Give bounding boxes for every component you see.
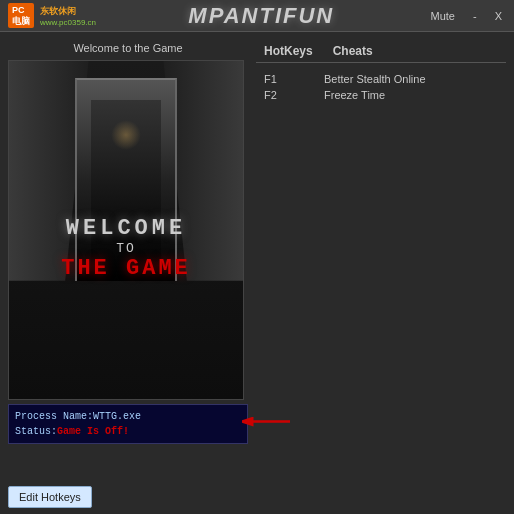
status-line: Status: Game Is Off! [15, 424, 241, 439]
minimize-button[interactable]: - [469, 8, 481, 24]
process-value: WTTG.exe [93, 409, 141, 424]
mute-button[interactable]: Mute [427, 8, 459, 24]
process-label: Process Name: [15, 409, 93, 424]
hotkey-key-1: F2 [264, 89, 304, 101]
game-image: WELCOME TO THE GAME [8, 60, 244, 400]
process-line: Process Name: WTTG.exe [15, 409, 241, 424]
status-bar: Process Name: WTTG.exe Status: Game Is O… [8, 404, 248, 444]
panel-title: Welcome to the Game [8, 40, 248, 56]
door-light [111, 120, 141, 150]
welcome-line1: WELCOME [9, 216, 243, 241]
status-label: Status: [15, 424, 57, 439]
status-value: Game Is Off! [57, 424, 129, 439]
edit-hotkeys-button[interactable]: Edit Hotkeys [8, 486, 92, 508]
welcome-line3: THE GAME [9, 256, 243, 281]
top-bar: PC电脑 东软休闲 www.pc0359.cn MPANTIFUN Mute -… [0, 0, 514, 32]
col-hotkeys-header: HotKeys [264, 44, 313, 58]
red-arrow-container [242, 407, 292, 442]
branding: PC电脑 东软休闲 www.pc0359.cn [8, 3, 96, 29]
hotkey-row-1: F2Freeze Time [264, 87, 498, 103]
app-title: MPANTIFUN [96, 3, 426, 29]
welcome-line2: TO [9, 241, 243, 256]
close-button[interactable]: X [491, 8, 506, 24]
game-bg: WELCOME TO THE GAME [9, 61, 243, 399]
window-controls: Mute - X [427, 8, 506, 24]
site-name: 东软休闲 [40, 5, 96, 18]
hotkey-action-0: Better Stealth Online [324, 73, 426, 85]
hotkey-row-0: F1Better Stealth Online [264, 71, 498, 87]
site-url: www.pc0359.cn [40, 18, 96, 27]
pc-logo: PC电脑 [8, 3, 34, 29]
right-panel: HotKeys Cheats F1Better Stealth OnlineF2… [256, 40, 506, 466]
left-panel: Welcome to the Game WELCOME TO THE GAME [8, 40, 248, 466]
main-content: Welcome to the Game WELCOME TO THE GAME [0, 32, 514, 474]
col-cheats-header: Cheats [333, 44, 373, 58]
bottom-bar: Edit Hotkeys [8, 486, 506, 508]
hotkey-action-1: Freeze Time [324, 89, 385, 101]
hotkey-key-0: F1 [264, 73, 304, 85]
welcome-text: WELCOME TO THE GAME [9, 216, 243, 281]
hotkeys-table: F1Better Stealth OnlineF2Freeze Time [256, 67, 506, 466]
red-arrow-icon [242, 407, 292, 437]
site-info: 东软休闲 www.pc0359.cn [40, 5, 96, 27]
hotkeys-header: HotKeys Cheats [256, 40, 506, 63]
